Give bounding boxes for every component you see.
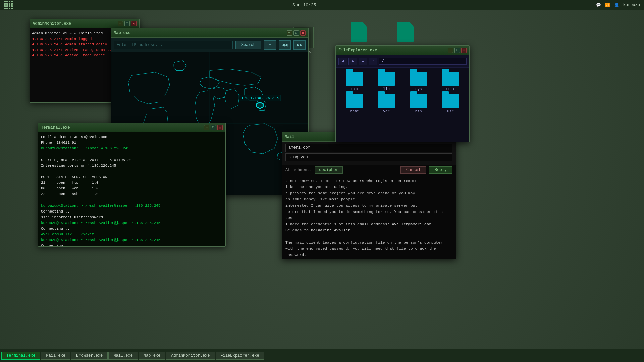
- taskbar-map[interactable]: Map.exe: [139, 352, 165, 360]
- folder-lib[interactable]: lib: [372, 72, 401, 91]
- map-minimize[interactable]: ─: [287, 30, 292, 36]
- map-ip-input[interactable]: [114, 41, 233, 49]
- hex-inner: [257, 103, 263, 108]
- term-line-16: Connecting...: [41, 243, 223, 246]
- map-search-button[interactable]: Search: [235, 41, 261, 49]
- fileexplorer-forward[interactable]: ▶: [348, 58, 357, 65]
- fileexplorer-window: FileExplorer.exe ─ □ ✕ ◀ ▶ ▲ ⌂ etc lib s…: [335, 45, 470, 142]
- map-maximize[interactable]: □: [293, 30, 299, 36]
- terminal-close[interactable]: ✕: [217, 125, 223, 130]
- fileexplorer-controls: ─ □ ✕: [448, 48, 467, 53]
- map-controls: ─ □ ✕: [287, 30, 306, 36]
- folder-icon-home: [346, 94, 363, 108]
- taskbar-mail2[interactable]: Mail.exe: [108, 352, 138, 360]
- chat-icon[interactable]: 💬: [596, 3, 601, 8]
- admin-monitor-close[interactable]: ✕: [131, 21, 137, 26]
- map-home-button[interactable]: ⌂: [264, 40, 276, 50]
- terminal-window: Terminal.exe ─ □ ✕ Email address: Jens1@…: [38, 123, 226, 247]
- map-close[interactable]: ✕: [300, 30, 306, 36]
- folder-var[interactable]: var: [372, 94, 401, 113]
- taskbar-fileexplorer[interactable]: FileExplorer.exe: [216, 352, 264, 360]
- folder-root[interactable]: root: [436, 72, 466, 91]
- terminal-maximize[interactable]: □: [211, 125, 216, 130]
- folder-label-sys: sys: [415, 87, 422, 91]
- folder-etc[interactable]: etc: [340, 72, 369, 91]
- folder-bin[interactable]: bin: [404, 94, 433, 113]
- term-line-blank-1: [41, 152, 223, 157]
- terminal-minimize[interactable]: ─: [204, 125, 209, 130]
- term-line-11: ssh: incorrect user/password: [41, 215, 223, 220]
- taskbar-adminmonitor[interactable]: AdminMonitor.exe: [166, 352, 215, 360]
- admin-monitor-title: AdminMonitor.exe: [33, 21, 71, 26]
- term-line-4: Interesting ports on 4.186.226.245: [41, 163, 223, 169]
- mail-body-line-7: I need the credentials of this email add…: [285, 221, 452, 227]
- mail-attachment-button[interactable]: decipher: [315, 166, 343, 174]
- mail-body-line-11: password.: [285, 252, 452, 258]
- mail-body-line-8: Belongs to Goldarina Avaller.: [285, 227, 452, 233]
- fileexplorer-address-bar[interactable]: [379, 58, 467, 65]
- map-back-button[interactable]: ◀◀: [279, 40, 291, 50]
- term-line-9: kurouzu@kStation: ~ />ssh avaller@jasper…: [41, 203, 223, 209]
- mail-name-bold: Goldarina Avaller.: [311, 228, 353, 232]
- taskbar-terminal[interactable]: Terminal.exe: [1, 352, 40, 360]
- fileexplorer-back[interactable]: ◀: [338, 58, 347, 65]
- admin-monitor-minimize[interactable]: ─: [118, 21, 123, 26]
- taskbar: Terminal.exe Mail.exe Browser.exe Mail.e…: [0, 349, 644, 362]
- desktop-file-icon-1: [351, 22, 367, 42]
- folder-label-usr: usr: [447, 109, 454, 113]
- fileexplorer-toolbar: ◀ ▶ ▲ ⌂: [336, 55, 469, 68]
- mail-body-line-5: before that I need you to do something f…: [285, 209, 452, 215]
- term-line-6: 21 open ftp 1.0: [41, 180, 223, 186]
- mail-header: [282, 142, 456, 165]
- apps-grid-icon[interactable]: [4, 1, 13, 9]
- mail-body-line-1: like the one you are using.: [285, 184, 452, 190]
- fileexplorer-maximize[interactable]: □: [454, 48, 460, 53]
- mail-body-line-12: I'll put it easy, the IP address of the …: [285, 258, 452, 259]
- term-line-15: kurouzu@kStation: ~ />ssh Avaller@jasper…: [41, 237, 223, 243]
- terminal-titlebar: Terminal.exe ─ □ ✕: [38, 123, 225, 132]
- desktop-icon-1[interactable]: [351, 22, 367, 43]
- mail-attachment-label: Attachment:: [285, 168, 312, 172]
- mail-action-buttons: Cancel Reply: [400, 166, 452, 174]
- folder-icon-bin: [410, 94, 427, 108]
- folder-label-home: home: [350, 109, 359, 113]
- terminal-controls: ─ □ ✕: [204, 125, 223, 130]
- mail-body-line-9: The mail client leaves a configuration f…: [285, 240, 452, 246]
- wifi-icon[interactable]: 📶: [605, 3, 610, 8]
- terminal-body[interactable]: Email address: Jens1@evelc.com Phone: 18…: [38, 132, 225, 246]
- folder-usr[interactable]: usr: [436, 94, 466, 113]
- taskbar-mail1[interactable]: Mail.exe: [41, 352, 70, 360]
- mail-to-field[interactable]: [285, 144, 452, 152]
- desktop-icon-2[interactable]: [397, 22, 414, 43]
- username: kurouzu: [623, 3, 640, 7]
- mail-subject-field[interactable]: [285, 153, 452, 161]
- folder-sys[interactable]: sys: [404, 72, 433, 91]
- fileexplorer-minimize[interactable]: ─: [448, 48, 453, 53]
- mail-body-line-3: rn some money like most people.: [285, 196, 452, 202]
- fileexplorer-close[interactable]: ✕: [461, 48, 467, 53]
- ip-label: IP: 4.186.226.245: [239, 95, 281, 101]
- mail-body-line-0: t not know me. I monitor new users who r…: [285, 178, 452, 184]
- fileexplorer-home[interactable]: ⌂: [369, 58, 377, 65]
- desktop-file-icon-2: [397, 22, 414, 42]
- folder-home[interactable]: home: [340, 94, 369, 113]
- term-line-3: Starting nmap v1.0 at 2017-11-25 04:05:2…: [41, 157, 223, 163]
- fileexplorer-up[interactable]: ▲: [359, 58, 367, 65]
- folder-icon-lib: [378, 72, 395, 86]
- folder-icon-sys: [410, 72, 427, 86]
- map-forward-button[interactable]: ▶▶: [293, 40, 306, 50]
- map-titlebar: Map.exe ─ □ ✕: [111, 28, 308, 38]
- mail-reply-button[interactable]: Reply: [429, 166, 452, 174]
- user-icon: 👤: [614, 3, 619, 8]
- folder-label-etc: etc: [351, 87, 358, 91]
- mail-body: t not know me. I monitor new users who r…: [282, 175, 456, 259]
- mail-title: Mail: [285, 135, 294, 139]
- admin-monitor-maximize[interactable]: □: [124, 21, 130, 26]
- mail-body-line-2: t privacy for some project you are devel…: [285, 190, 452, 196]
- term-line-10: Connecting...: [41, 209, 223, 215]
- mail-cancel-button[interactable]: Cancel: [400, 166, 426, 174]
- term-line-7: 80 open web 1.0: [41, 186, 223, 191]
- admin-monitor-titlebar: AdminMonitor.exe ─ □ ✕: [30, 19, 139, 28]
- topbar-right: 💬 📶 👤 kurouzu: [596, 3, 640, 8]
- taskbar-browser[interactable]: Browser.exe: [71, 352, 108, 360]
